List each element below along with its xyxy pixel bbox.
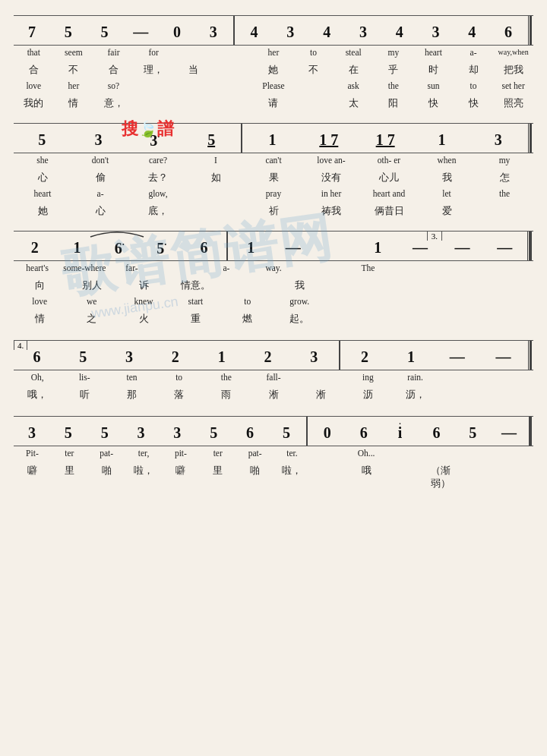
cn-xi2: 淅 (297, 389, 344, 404)
cn-empty1 (213, 64, 254, 79)
cn-luo: 落 (156, 389, 203, 404)
word-rain: rain. (392, 372, 439, 389)
word-to4: to (156, 372, 203, 389)
cn-empty20 (311, 465, 348, 490)
word-cant: can't (245, 155, 302, 172)
section-label-3: 3. (427, 231, 442, 241)
bar-divider4 (339, 341, 340, 370)
cn-ai: 爱 (418, 205, 476, 220)
cn-jianjian: （渐弱） (422, 465, 459, 490)
cn-empty19 (486, 389, 533, 404)
cn-empty10 (325, 279, 377, 295)
section-5: 3 5 5 3 3 5 6 5 0 6 i· 6 5 — Pit- ter pa… (14, 416, 533, 490)
cn-empty15 (378, 313, 429, 328)
note-2c: 2 (245, 346, 291, 364)
word-empty4 (173, 80, 213, 97)
cn-empty14 (325, 313, 377, 328)
word-grow: grow. (274, 296, 325, 313)
cn-he2: 合 (93, 64, 134, 79)
word-so: so? (93, 80, 134, 97)
note-3c: 3 (345, 21, 381, 39)
cn-ta1: 她 (254, 64, 294, 79)
cn-empty16 (429, 313, 481, 328)
cn-empty8 (476, 205, 533, 220)
section-2: 5 3 3· 5 1 1 7 1 7 1 3 she don't care? I… (14, 123, 533, 220)
cn-guo: 果 (245, 172, 302, 187)
word-empty6 (293, 80, 334, 97)
word-other: oth- er (360, 155, 418, 172)
note-1e: 1 (356, 237, 399, 255)
note-dash4: — (441, 237, 484, 255)
note-5g: 5 (195, 422, 232, 440)
word-I: I (187, 155, 245, 172)
word-the1: the (373, 80, 413, 97)
word-empty24 (496, 448, 533, 465)
word-empty7 (187, 188, 245, 205)
cn-pi1: 噼 (14, 465, 51, 490)
note-2d: 2 (342, 346, 388, 364)
word-she: she (14, 155, 71, 172)
cn-tou: 偷 (71, 172, 129, 187)
word-ter4: ter. (274, 448, 311, 465)
word-love2: love (14, 296, 65, 313)
word-empty5 (213, 80, 254, 97)
word-aglow: a- (71, 188, 129, 205)
note-6a: 6 (490, 21, 526, 39)
note-5b: 5 (87, 21, 123, 39)
cn-empty12 (429, 279, 481, 295)
cn-wo: 我的 (14, 97, 54, 112)
word-care: care? (129, 155, 187, 172)
cn-pa2: 啪 (236, 465, 274, 490)
word-pitter: Pit- (14, 448, 51, 465)
note-5e: 5 (50, 422, 87, 440)
cn-kuai1: 快 (413, 97, 454, 112)
cn-qing3: 情 (14, 313, 65, 328)
word-empty17 (297, 372, 344, 389)
note-dash8: — (491, 422, 527, 440)
note-3k: 3 (159, 422, 195, 440)
bar-divider (233, 16, 235, 45)
cn-pa1: 啪 (88, 465, 125, 490)
cn-liangxi: 俩昔日 (360, 205, 418, 220)
word-sun: sun (413, 80, 454, 97)
note-3e: 3 (70, 129, 126, 147)
note-5h: 5 (268, 422, 305, 440)
watermark-search: 搜 🍃 譜 (122, 118, 174, 140)
note-dash1: — (122, 21, 159, 39)
note-1g: 1 (388, 346, 435, 364)
note-1a: 1 (244, 129, 300, 147)
word-empty20 (311, 448, 348, 465)
note-5d: 5 (60, 346, 106, 364)
word-pit2: pit- (162, 448, 199, 465)
section-label-4: 4. (14, 340, 27, 350)
word-away: a- (454, 47, 494, 64)
note-dash7: — (480, 346, 526, 364)
note-7: 7 (14, 21, 50, 39)
note-0b: 0 (309, 422, 346, 440)
cn-yi1: 意， (93, 97, 134, 112)
cn-la2: 啦， (274, 465, 311, 490)
cn-bawo: 把我 (493, 64, 533, 79)
cn-ta2: 她 (14, 205, 71, 220)
cn-oh2: 哦 (348, 465, 385, 490)
word-empty23 (459, 448, 496, 465)
cn-shi: 时 (413, 64, 454, 79)
cn-xin2: 心 (71, 205, 129, 220)
final-barline (529, 417, 532, 446)
cn-qu: 去？ (129, 172, 187, 187)
cn-he: 合 (14, 64, 54, 79)
word-empty22 (422, 448, 459, 465)
word-empty1 (173, 47, 213, 64)
word-empty18 (439, 372, 486, 389)
note-6e: 6 (346, 422, 382, 440)
cn-meiyou: 没有 (302, 172, 360, 187)
double-barline (527, 232, 532, 260)
word-when: when (418, 155, 476, 172)
cn-que: 却 (454, 64, 494, 79)
note-3f: 3 (470, 129, 526, 147)
word-empty16 (482, 296, 533, 313)
word-The: The (344, 263, 391, 279)
cn-zhaoliang: 照亮 (493, 97, 533, 112)
word-empty19 (486, 372, 533, 389)
cn-empty6 (293, 97, 334, 112)
